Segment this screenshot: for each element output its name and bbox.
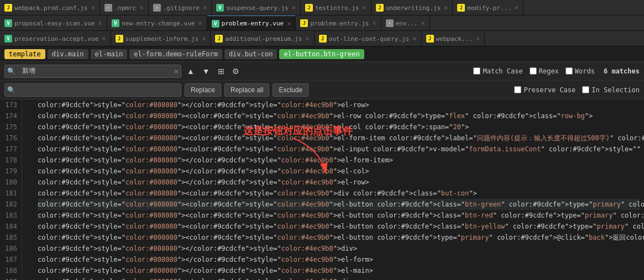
tab-testintro[interactable]: Jtestintro.js× — [301, 0, 371, 15]
tab-type-icon: J — [426, 35, 434, 43]
line-number: 183 — [0, 210, 17, 221]
code-content[interactable]: color:#9cdcfe">style="color:#808080"></c… — [33, 99, 644, 280]
replace-search-icon: 🔍 — [5, 86, 18, 94]
code-line[interactable]: color:#9cdcfe">style="color:#808080"><co… — [38, 188, 640, 199]
code-line[interactable]: color:#9cdcfe">style="color:#808080"><co… — [38, 199, 640, 210]
tab-close-icon[interactable]: × — [421, 19, 425, 27]
tab-close-icon[interactable]: × — [198, 19, 202, 27]
line-number: 181 — [0, 188, 17, 199]
tab-close-icon[interactable]: × — [203, 4, 207, 12]
tab-new-entry-change[interactable]: Vnew-entry-change.vue× — [107, 15, 207, 31]
line-number: 186 — [0, 243, 17, 254]
regex-label[interactable]: Regex — [530, 67, 559, 75]
tab-label: testintro.js — [315, 4, 359, 12]
tab-close-icon[interactable]: × — [515, 4, 519, 12]
tab-close-icon[interactable]: × — [372, 19, 376, 27]
tab-type-icon: · — [104, 4, 112, 12]
regex-text: Regex — [539, 67, 559, 75]
words-text: Words — [575, 67, 595, 75]
tab-problem-entry-vue[interactable]: Vproblem-entry.vue× — [207, 15, 296, 31]
tab-type-icon: · — [386, 19, 394, 27]
in-selection-checkbox[interactable] — [582, 86, 589, 93]
match-case-checkbox[interactable] — [473, 67, 480, 75]
breadcrumb-item[interactable]: template — [4, 49, 45, 59]
code-line[interactable]: color:#9cdcfe">style="color:#808080"><co… — [38, 110, 640, 121]
tab-close-icon[interactable]: × — [139, 4, 143, 12]
code-line[interactable]: color:#9cdcfe">style="color:#808080"><co… — [38, 133, 640, 144]
search-input[interactable] — [18, 67, 181, 75]
tab-close-icon[interactable]: × — [202, 35, 206, 43]
tab-gitignore[interactable]: ·.gitignore× — [149, 0, 212, 15]
code-line[interactable]: color:#9cdcfe">style="color:#808080"><co… — [38, 121, 640, 133]
tab-close-icon[interactable]: × — [444, 4, 448, 12]
tab-suspense-query[interactable]: Vsuspense-query.js× — [212, 0, 301, 15]
tab-webpack-prod[interactable]: Jwebpack.prod.conf.js× — [0, 0, 100, 15]
code-line[interactable]: color:#9cdcfe">style="color:#808080"><co… — [38, 232, 640, 243]
tab-close-icon[interactable]: × — [305, 35, 309, 43]
code-line[interactable]: color:#9cdcfe">style="color:#808080"></c… — [38, 166, 640, 177]
code-line[interactable]: color:#9cdcfe">style="color:#808080"></c… — [38, 243, 640, 254]
tab-label: new-entry-change.vue — [122, 20, 195, 27]
code-line[interactable]: color:#9cdcfe">style="color:#808080"></c… — [38, 177, 640, 188]
tab-label: out-line-cont-query.js — [329, 35, 410, 43]
code-line[interactable]: color:#9cdcfe">style="color:#808080"></c… — [38, 254, 640, 265]
match-case-label[interactable]: Match Case — [473, 67, 522, 75]
tab-webpack2[interactable]: Jwebpack...× — [422, 31, 485, 46]
tab-proposal-easy-scan[interactable]: Vproposal-easy-scan.vue× — [0, 15, 107, 31]
tab-close-icon[interactable]: × — [292, 4, 296, 12]
preserve-case-label[interactable]: Preserve Case — [514, 86, 575, 94]
code-line[interactable]: color:#9cdcfe">style="color:#808080"><co… — [38, 144, 640, 155]
tab-label: .npmrc — [114, 4, 137, 12]
replace-all-button[interactable]: Replace all — [224, 83, 269, 97]
tab-close-icon[interactable]: × — [102, 35, 106, 43]
search-prev-button[interactable]: ▲ — [185, 66, 197, 77]
search-select-all-button[interactable]: ⊞ — [216, 66, 227, 77]
code-line[interactable]: color:#9cdcfe">style="color:#808080"></c… — [38, 276, 640, 280]
tab-close-icon[interactable]: × — [362, 4, 366, 12]
replace-options: Preserve Case In Selection — [514, 86, 640, 94]
exclude-button[interactable]: Exclude — [273, 83, 308, 97]
code-line[interactable]: color:#9cdcfe">style="color:#808080"></c… — [38, 265, 640, 276]
search-icon: 🔍 — [5, 67, 18, 75]
search-settings-button[interactable]: ⚙ — [230, 66, 242, 77]
tab-modify-pr[interactable]: Jmodify-pr...× — [453, 0, 523, 15]
code-line[interactable]: color:#9cdcfe">style="color:#808080"></c… — [38, 99, 640, 110]
code-line[interactable]: color:#9cdcfe">style="color:#808080"><co… — [38, 221, 640, 232]
words-checkbox[interactable] — [566, 67, 573, 75]
tab-close-icon[interactable]: × — [476, 35, 480, 43]
tab-type-icon: J — [4, 4, 12, 12]
words-label[interactable]: Words — [566, 67, 595, 75]
breadcrumb-item[interactable]: el-form.demo-ruleForm — [129, 49, 222, 59]
replace-input[interactable] — [18, 86, 181, 94]
tab-supplement-inform[interactable]: Jsupplement-inform.js× — [111, 31, 211, 46]
replace-button[interactable]: Replace — [185, 83, 221, 97]
breadcrumb-item[interactable]: div.but-con — [224, 49, 277, 59]
tab-npmrc[interactable]: ·.npmrc× — [100, 0, 149, 15]
line-number: 175 — [0, 121, 17, 133]
tab-preservation-accept[interactable]: Vpreservation-accept.vue× — [0, 31, 111, 46]
tab-close-icon[interactable]: × — [412, 35, 416, 43]
code-line[interactable]: color:#9cdcfe">style="color:#808080"></c… — [38, 155, 640, 166]
breadcrumb-item[interactable]: el-main — [91, 49, 128, 59]
line-number: 189 — [0, 276, 17, 280]
tab-out-line-cont-query[interactable]: Jout-line-cont-query.js× — [315, 31, 422, 46]
breadcrumb-item[interactable]: div.main — [48, 49, 88, 59]
tab-problem-entry-js[interactable]: Jproblem-entry.js× — [296, 15, 381, 31]
tab-bar-row1: Jwebpack.prod.conf.js×·.npmrc×·.gitignor… — [0, 0, 644, 15]
code-line[interactable]: color:#9cdcfe">style="color:#808080"><co… — [38, 210, 640, 221]
line-number: 184 — [0, 221, 17, 232]
in-selection-label[interactable]: In Selection — [582, 86, 640, 94]
search-next-button[interactable]: ▼ — [200, 66, 212, 77]
line-numbers: 1731741751761771781791801811821831841851… — [0, 99, 22, 280]
regex-checkbox[interactable] — [530, 67, 537, 75]
tab-type-icon: V — [4, 35, 12, 43]
tab-underwriting[interactable]: Junderwriting.js× — [371, 0, 453, 15]
preserve-case-checkbox[interactable] — [514, 86, 521, 93]
tab-env[interactable]: ·env...× — [381, 15, 430, 31]
tab-close-icon[interactable]: × — [91, 4, 95, 12]
search-clear-icon[interactable]: × — [174, 67, 179, 76]
tab-close-icon[interactable]: × — [287, 20, 291, 28]
tab-additional-premium[interactable]: Jadditional-premium.js× — [211, 31, 314, 46]
tab-close-icon[interactable]: × — [98, 19, 102, 27]
breadcrumb-item[interactable]: el-button.btn-green — [279, 49, 364, 59]
